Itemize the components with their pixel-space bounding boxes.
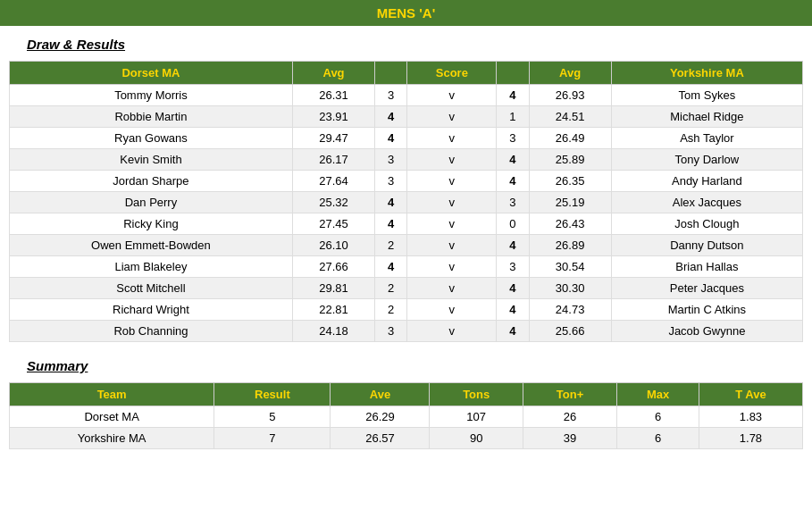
left-avg: 23.91 — [292, 106, 374, 128]
col-dorset-ma: Dorset MA — [10, 62, 293, 85]
col-avg-left: Avg — [292, 62, 374, 85]
summary-ave: 26.29 — [331, 406, 430, 428]
vs: v — [407, 256, 497, 278]
right-player-name: Alex Jacques — [611, 192, 802, 213]
left-player-name: Ricky King — [10, 213, 293, 235]
left-player-name: Robbie Martin — [10, 106, 293, 128]
vs: v — [407, 235, 497, 256]
left-avg: 27.64 — [292, 171, 374, 192]
left-score: 3 — [375, 171, 407, 192]
draw-results-title: Draw & Results — [27, 37, 812, 52]
right-avg: 26.43 — [529, 213, 611, 235]
left-player-name: Rob Channing — [10, 321, 293, 342]
right-score: 1 — [497, 106, 529, 128]
header-title: MENS 'A' — [377, 5, 435, 21]
vs: v — [407, 171, 497, 192]
left-avg: 29.47 — [292, 128, 374, 149]
right-score: 4 — [497, 149, 529, 171]
summary-table: TeamResultAveTonsTon+MaxT Ave Dorset MA … — [9, 382, 803, 449]
summary-max: 6 — [617, 428, 699, 449]
right-player-name: Jacob Gwynne — [611, 321, 802, 342]
left-score: 3 — [375, 149, 407, 171]
right-player-name: Tom Sykes — [611, 85, 802, 106]
right-avg: 25.89 — [529, 149, 611, 171]
vs: v — [407, 192, 497, 213]
left-player-name: Owen Emmett-Bowden — [10, 235, 293, 256]
left-score: 4 — [375, 256, 407, 278]
summary-ton-plus: 39 — [523, 428, 616, 449]
summary-col-header: Result — [214, 383, 331, 406]
left-score: 4 — [375, 106, 407, 128]
summary-col-header: T Ave — [699, 383, 802, 406]
right-score: 4 — [497, 85, 529, 106]
left-player-name: Scott Mitchell — [10, 278, 293, 299]
left-avg: 26.17 — [292, 149, 374, 171]
right-avg: 24.73 — [529, 299, 611, 321]
right-score: 3 — [497, 256, 529, 278]
left-player-name: Jordan Sharpe — [10, 171, 293, 192]
right-score: 3 — [497, 128, 529, 149]
left-player-name: Kevin Smith — [10, 149, 293, 171]
left-player-name: Liam Blakeley — [10, 256, 293, 278]
right-player-name: Brian Hallas — [611, 256, 802, 278]
right-score: 4 — [497, 299, 529, 321]
left-score: 4 — [375, 192, 407, 213]
summary-t-ave: 1.78 — [699, 428, 802, 449]
left-avg: 27.45 — [292, 213, 374, 235]
left-avg: 26.31 — [292, 85, 374, 106]
summary-result: 5 — [214, 406, 331, 428]
summary-section: Summary TeamResultAveTonsTon+MaxT Ave Do… — [0, 358, 812, 449]
summary-max: 6 — [617, 406, 699, 428]
right-avg: 25.66 — [529, 321, 611, 342]
right-score: 4 — [497, 235, 529, 256]
summary-ton-plus: 26 — [523, 406, 616, 428]
vs: v — [407, 128, 497, 149]
header-bar: MENS 'A' — [0, 0, 812, 26]
left-avg: 22.81 — [292, 299, 374, 321]
col-yorkshire-ma: Yorkshire MA — [611, 62, 802, 85]
left-score: 4 — [375, 128, 407, 149]
col-score-header: Score — [407, 62, 497, 85]
summary-title: Summary — [27, 358, 812, 373]
vs: v — [407, 321, 497, 342]
summary-col-header: Tons — [430, 383, 523, 406]
right-avg: 30.30 — [529, 278, 611, 299]
left-avg: 24.18 — [292, 321, 374, 342]
left-player-name: Richard Wright — [10, 299, 293, 321]
right-avg: 24.51 — [529, 106, 611, 128]
right-score: 4 — [497, 321, 529, 342]
vs: v — [407, 278, 497, 299]
right-player-name: Ash Taylor — [611, 128, 802, 149]
left-player-name: Ryan Gowans — [10, 128, 293, 149]
right-player-name: Andy Harland — [611, 171, 802, 192]
summary-t-ave: 1.83 — [699, 406, 802, 428]
right-avg: 26.35 — [529, 171, 611, 192]
vs: v — [407, 85, 497, 106]
vs: v — [407, 299, 497, 321]
left-player-name: Tommy Morris — [10, 85, 293, 106]
right-avg: 26.93 — [529, 85, 611, 106]
left-avg: 26.10 — [292, 235, 374, 256]
col-right-score-header — [497, 62, 529, 85]
summary-col-header: Max — [617, 383, 699, 406]
summary-result: 7 — [214, 428, 331, 449]
left-avg: 27.66 — [292, 256, 374, 278]
summary-team: Dorset MA — [10, 406, 214, 428]
left-score: 2 — [375, 235, 407, 256]
main-results-table: Dorset MA Avg Score Avg Yorkshire MA Tom… — [9, 61, 803, 342]
col-left-score-header — [375, 62, 407, 85]
right-score: 3 — [497, 192, 529, 213]
summary-tons: 107 — [430, 406, 523, 428]
left-player-name: Dan Perry — [10, 192, 293, 213]
left-score: 2 — [375, 299, 407, 321]
col-avg-right: Avg — [529, 62, 611, 85]
summary-col-header: Ton+ — [523, 383, 616, 406]
summary-col-header: Team — [10, 383, 214, 406]
left-score: 3 — [375, 321, 407, 342]
right-avg: 26.49 — [529, 128, 611, 149]
left-score: 4 — [375, 213, 407, 235]
summary-col-header: Ave — [331, 383, 430, 406]
vs: v — [407, 149, 497, 171]
right-player-name: Danny Dutson — [611, 235, 802, 256]
right-player-name: Martin C Atkins — [611, 299, 802, 321]
